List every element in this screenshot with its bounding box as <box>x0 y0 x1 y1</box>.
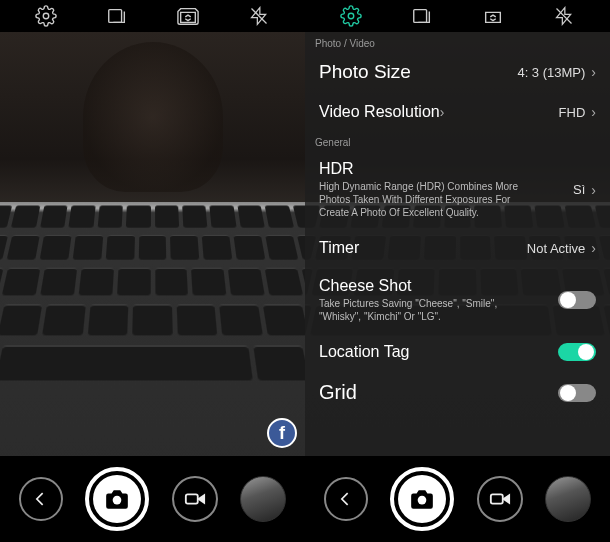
camera-viewfinder[interactable]: f <box>0 32 305 456</box>
setting-cheese-shot[interactable]: Cheese Shot Take Pictures Saving "Cheese… <box>305 267 610 333</box>
svg-point-3 <box>113 496 122 505</box>
setting-label: Timer <box>319 239 359 257</box>
camera-screen-settings: Photo / Video Photo Size 4: 3 (13MP)› Vi… <box>305 0 610 542</box>
flash-off-icon[interactable] <box>550 2 578 30</box>
chevron-right-icon: › <box>591 182 596 198</box>
cheese-toggle[interactable] <box>558 291 596 309</box>
setting-label: Cheese Shot <box>319 277 539 295</box>
chevron-right-icon: › <box>591 64 596 80</box>
setting-location-tag[interactable]: Location Tag <box>305 333 610 371</box>
setting-value: Sì › <box>573 182 596 198</box>
gallery-thumbnail[interactable] <box>545 476 591 522</box>
svg-point-5 <box>348 13 354 19</box>
svg-point-0 <box>43 13 49 19</box>
settings-icon[interactable] <box>337 2 365 30</box>
camera-screen-viewfinder: f <box>0 0 305 542</box>
setting-value: FHD › <box>559 104 596 120</box>
chevron-right-icon: › <box>591 240 596 256</box>
view-mode-icon[interactable] <box>103 2 131 30</box>
back-button[interactable] <box>324 477 368 521</box>
view-mode-icon[interactable] <box>408 2 436 30</box>
camera-settings-panel: Photo / Video Photo Size 4: 3 (13MP)› Vi… <box>305 32 610 456</box>
gallery-thumbnail[interactable] <box>240 476 286 522</box>
section-photo-video: Photo / Video <box>305 32 610 51</box>
setting-label: Location Tag <box>319 343 409 361</box>
flash-off-icon[interactable] <box>245 2 273 30</box>
setting-video-resolution[interactable]: Video Resolution› FHD › <box>305 93 610 131</box>
bottom-bar <box>305 456 610 542</box>
setting-value: Not Active › <box>527 240 596 256</box>
video-record-button[interactable] <box>477 476 523 522</box>
setting-label: HDR <box>319 160 539 178</box>
section-general: General <box>305 131 610 150</box>
top-bar <box>305 0 610 32</box>
setting-value: 4: 3 (13MP)› <box>517 64 596 80</box>
svg-point-8 <box>418 496 427 505</box>
shutter-button[interactable] <box>390 467 454 531</box>
top-bar <box>0 0 305 32</box>
setting-description: Take Pictures Saving "Cheese", "Smile", … <box>319 297 539 323</box>
settings-icon[interactable] <box>32 2 60 30</box>
video-record-button[interactable] <box>172 476 218 522</box>
svg-rect-1 <box>109 10 122 23</box>
bottom-bar <box>0 456 305 542</box>
setting-label: Photo Size <box>319 61 411 83</box>
switch-camera-icon[interactable] <box>174 2 202 30</box>
shutter-button[interactable] <box>85 467 149 531</box>
switch-camera-icon[interactable] <box>479 2 507 30</box>
setting-label: Video Resolution› <box>319 103 444 121</box>
viewfinder-subject <box>83 42 223 192</box>
grid-toggle[interactable] <box>558 384 596 402</box>
location-toggle[interactable] <box>558 343 596 361</box>
facebook-share-icon[interactable]: f <box>267 418 297 448</box>
setting-label: Grid <box>319 381 357 404</box>
setting-photo-size[interactable]: Photo Size 4: 3 (13MP)› <box>305 51 610 93</box>
svg-rect-6 <box>414 10 427 23</box>
svg-rect-9 <box>490 494 502 503</box>
back-button[interactable] <box>19 477 63 521</box>
viewfinder-laptop <box>0 202 305 456</box>
setting-hdr[interactable]: HDR High Dynamic Range (HDR) Combines Mo… <box>305 150 610 229</box>
setting-description: High Dynamic Range (HDR) Combines More P… <box>319 180 539 219</box>
setting-timer[interactable]: Timer Not Active › <box>305 229 610 267</box>
chevron-right-icon: › <box>591 104 596 120</box>
svg-rect-4 <box>185 494 197 503</box>
setting-grid[interactable]: Grid <box>305 371 610 414</box>
